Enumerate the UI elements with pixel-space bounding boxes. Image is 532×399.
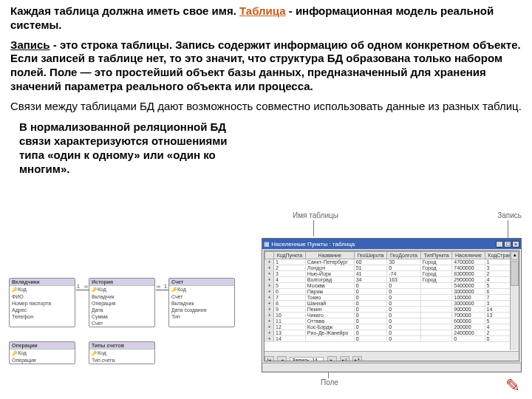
cell[interactable]: Лондон bbox=[305, 265, 354, 271]
cell[interactable]: 1 bbox=[274, 259, 306, 265]
column-header[interactable] bbox=[265, 252, 274, 259]
cell[interactable]: 8 bbox=[274, 301, 306, 307]
cell[interactable]: 0 bbox=[387, 307, 420, 313]
cell[interactable]: 0 bbox=[387, 330, 420, 336]
cell[interactable]: 0 bbox=[452, 336, 485, 342]
column-header[interactable]: Название bbox=[305, 252, 354, 259]
cell[interactable]: Париж bbox=[305, 289, 354, 295]
table-row[interactable]: +140000 bbox=[265, 336, 519, 342]
row-header[interactable]: + bbox=[265, 313, 274, 318]
cell[interactable]: Москва bbox=[305, 283, 354, 289]
cell[interactable]: 60 bbox=[354, 259, 387, 265]
row-header[interactable]: + bbox=[265, 271, 274, 277]
cell[interactable] bbox=[420, 336, 452, 342]
column-header[interactable]: ТипПункта bbox=[420, 252, 452, 259]
nav-next-button[interactable]: ▸ bbox=[327, 356, 337, 361]
cell[interactable]: 0 bbox=[387, 289, 420, 295]
cell[interactable]: 9 bbox=[274, 307, 306, 313]
cell[interactable]: 0 bbox=[387, 336, 420, 342]
row-header[interactable]: + bbox=[265, 324, 274, 330]
scroll-thumb[interactable] bbox=[511, 261, 519, 286]
cell[interactable] bbox=[420, 289, 452, 295]
cell[interactable]: 4 bbox=[274, 277, 306, 283]
table-row[interactable]: +7Токио001000007 bbox=[265, 295, 519, 301]
row-header[interactable]: + bbox=[265, 330, 274, 336]
cell[interactable]: 2900000 bbox=[452, 277, 485, 283]
row-header[interactable]: + bbox=[265, 301, 274, 307]
cell[interactable]: 2400000 bbox=[452, 330, 485, 336]
cell[interactable]: 200000 bbox=[452, 324, 485, 330]
cell[interactable]: Чикаго bbox=[305, 313, 354, 318]
scroll-up-button[interactable]: ▴ bbox=[511, 251, 519, 260]
table-row[interactable]: +9Пекин0090000014 bbox=[265, 307, 519, 313]
row-header[interactable]: + bbox=[265, 259, 274, 265]
cell[interactable]: 8300000 bbox=[452, 271, 485, 277]
cell[interactable] bbox=[420, 301, 452, 307]
nav-first-button[interactable]: |◂ bbox=[265, 356, 274, 361]
table-row[interactable]: +5Москва0054000005 bbox=[265, 283, 519, 289]
nav-new-button[interactable]: ▸* bbox=[352, 356, 362, 361]
cell[interactable]: 2 bbox=[274, 265, 306, 271]
table-row[interactable]: +6Париж0030000006 bbox=[265, 289, 519, 295]
cell[interactable]: 0 bbox=[387, 265, 420, 271]
cell[interactable]: 0 bbox=[354, 283, 387, 289]
table-row[interactable]: +8Шанхай0030000003 bbox=[265, 301, 519, 307]
cell[interactable]: Рио-Де-Жанейро bbox=[305, 330, 354, 336]
cell[interactable]: 34 bbox=[354, 277, 387, 283]
cell[interactable]: 6 bbox=[274, 289, 306, 295]
cell[interactable]: 30 bbox=[387, 259, 420, 265]
column-header[interactable]: ГеоШирота bbox=[354, 252, 387, 259]
cell[interactable]: 0 bbox=[354, 336, 387, 342]
cell[interactable] bbox=[420, 330, 452, 336]
cell[interactable]: Город bbox=[420, 259, 452, 265]
cell[interactable]: 7 bbox=[274, 295, 306, 301]
data-grid[interactable]: КодПунктаНазваниеГеоШиротаГеоДолготаТипП… bbox=[265, 251, 519, 342]
nav-last-button[interactable]: ▸| bbox=[340, 356, 349, 361]
row-header[interactable]: + bbox=[265, 289, 274, 295]
table-row[interactable]: +11Оттава006000005 bbox=[265, 318, 519, 324]
cell[interactable] bbox=[420, 295, 452, 301]
cell[interactable] bbox=[420, 313, 452, 318]
cell[interactable] bbox=[420, 318, 452, 324]
cell[interactable]: 3000000 bbox=[452, 289, 485, 295]
cell[interactable]: 7400000 bbox=[452, 265, 485, 271]
cell[interactable] bbox=[420, 283, 452, 289]
cell[interactable]: 4700000 bbox=[452, 259, 485, 265]
cell[interactable]: 0 bbox=[387, 295, 420, 301]
table-row[interactable]: +3Нью-Йорк41-74Город83000002 bbox=[265, 271, 519, 277]
cell[interactable]: 0 bbox=[354, 318, 387, 324]
cell[interactable]: 900000 bbox=[452, 307, 485, 313]
cell[interactable]: 12 bbox=[274, 324, 306, 330]
cell[interactable]: 600000 bbox=[452, 318, 485, 324]
row-header[interactable]: + bbox=[265, 336, 274, 342]
table-row[interactable]: +4Волгоград34163Город29000004 bbox=[265, 277, 519, 283]
cell[interactable]: 0 bbox=[354, 330, 387, 336]
row-header[interactable]: + bbox=[265, 318, 274, 324]
cell[interactable]: Город bbox=[420, 277, 452, 283]
cell[interactable]: 100000 bbox=[452, 295, 485, 301]
cell[interactable]: 41 bbox=[354, 271, 387, 277]
cell[interactable]: 5400000 bbox=[452, 283, 485, 289]
window-titlebar[interactable]: ▦ Населенные Пункты : таблица _□× bbox=[262, 239, 521, 249]
cell[interactable]: 0 bbox=[387, 318, 420, 324]
cell[interactable]: -74 bbox=[387, 271, 420, 277]
vertical-scrollbar[interactable]: ▴ bbox=[510, 251, 519, 350]
cell[interactable]: 0 bbox=[354, 301, 387, 307]
cell[interactable]: 700000 bbox=[452, 313, 485, 318]
cell[interactable]: 0 bbox=[354, 324, 387, 330]
table-row[interactable]: +13Рио-Де-Жанейро0024000002 bbox=[265, 330, 519, 336]
minimize-button[interactable]: _ bbox=[496, 241, 503, 248]
cell[interactable]: Пекин bbox=[305, 307, 354, 313]
cell[interactable]: 14 bbox=[274, 336, 306, 342]
cell[interactable]: 0 bbox=[387, 313, 420, 318]
record-counter[interactable]: Запись: 14 bbox=[290, 357, 324, 361]
table-row[interactable]: +10Чикаго0070000013 bbox=[265, 313, 519, 318]
table-row[interactable]: +12Кос-Бэрдж002000004 bbox=[265, 324, 519, 330]
row-header[interactable]: + bbox=[265, 307, 274, 313]
cell[interactable]: Шанхай bbox=[305, 301, 354, 307]
maximize-button[interactable]: □ bbox=[504, 241, 511, 248]
cell[interactable]: Нью-Йорк bbox=[305, 271, 354, 277]
cell[interactable]: 0 bbox=[387, 301, 420, 307]
cell[interactable] bbox=[305, 336, 354, 342]
row-header[interactable]: + bbox=[265, 283, 274, 289]
